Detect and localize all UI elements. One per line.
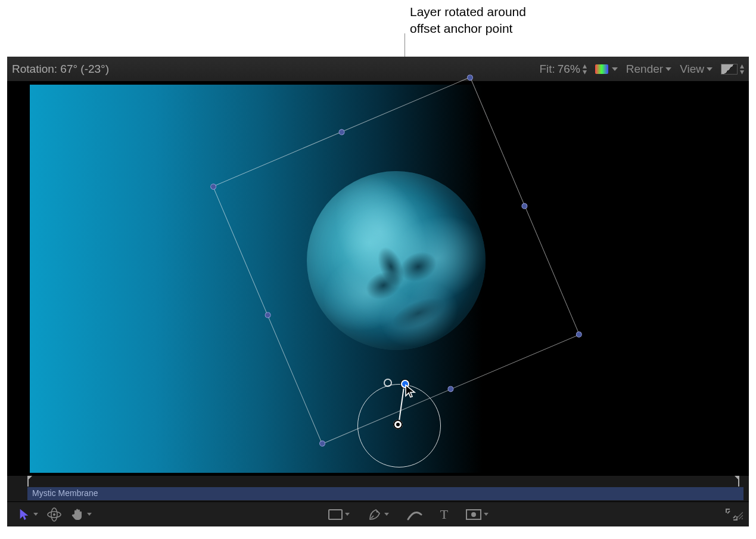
canvas-window: Rotation: 67° (-23°) Fit: 76% ▴▾ Render … [7,57,749,526]
rotation-start-handle [384,379,392,387]
chevron-down-icon [345,513,350,516]
chevron-down-icon [33,513,38,516]
mini-timeline-ruler[interactable] [7,475,749,487]
chevron-down-icon [707,67,713,71]
resize-handle-mr[interactable] [521,202,528,210]
stepper-icon: ▴▾ [583,63,587,75]
fit-label: Fit: [539,63,555,76]
stepper-icon: ▴▾ [740,63,744,75]
in-point-marker-icon[interactable] [27,476,32,481]
rotation-readout: Rotation: 67° (-23°) [12,63,539,76]
annotation-callout: Layer rotated around offset anchor point [410,4,526,38]
zoom-fit-control[interactable]: Fit: 76% ▴▾ [539,63,586,76]
resize-handle-br[interactable] [575,330,583,338]
select-tool[interactable] [18,508,38,521]
render-menu[interactable]: Render [626,63,671,76]
resize-handle-tc[interactable] [338,128,346,136]
background-menu[interactable]: ▴▾ [721,63,744,75]
render-label: Render [626,63,663,76]
shape-tool[interactable] [328,509,350,520]
out-point-marker-icon[interactable] [735,476,739,481]
svg-point-6 [471,512,476,517]
chevron-down-icon [612,67,618,71]
3d-transform-tool[interactable] [46,507,62,522]
svg-point-4 [376,510,378,512]
background-swatch-icon [721,64,738,75]
mask-tool[interactable] [466,509,489,520]
paint-stroke-tool[interactable] [407,507,422,522]
chevron-down-icon [665,67,671,71]
bottom-toolbar: T [7,501,749,526]
annotation-line-1: Layer rotated around [410,4,526,20]
viewport[interactable] [30,85,726,473]
resize-handle-ml[interactable] [264,311,272,318]
svg-point-2 [53,513,55,516]
resize-handle-bc[interactable] [447,385,455,392]
resize-handle-tl[interactable] [210,182,217,190]
view-label: View [680,63,704,76]
chevron-down-icon [484,513,489,516]
pen-tool[interactable] [368,507,389,522]
color-swatch-icon [595,64,608,74]
fit-value: 76% [558,63,580,76]
resize-handle-bl[interactable] [318,439,326,447]
svg-rect-3 [329,510,342,519]
center-tool-group: T [328,507,489,522]
timeline-clip[interactable]: Mystic Membrane [27,487,749,500]
pan-tool[interactable] [70,507,92,522]
toolbar-right-group: Fit: 76% ▴▾ Render View ▴▾ [539,63,744,76]
text-tool[interactable]: T [440,507,448,522]
chevron-down-icon [384,513,389,516]
annotation-line-2: offset anchor point [410,20,526,37]
anchor-point-icon[interactable] [393,420,403,429]
color-channel-menu[interactable] [595,64,618,74]
mini-timeline[interactable]: Mystic Membrane [7,487,749,501]
view-menu[interactable]: View [680,63,713,76]
window-resize-grip-icon[interactable] [735,511,743,522]
chevron-down-icon [87,513,92,516]
canvas-top-toolbar: Rotation: 67° (-23°) Fit: 76% ▴▾ Render … [7,57,749,82]
rotation-drag-handle[interactable] [401,380,409,388]
canvas-area[interactable] [7,82,749,475]
